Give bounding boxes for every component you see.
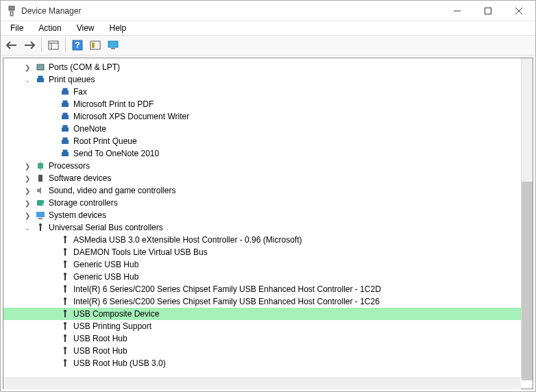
vertical-scrollbar[interactable] xyxy=(521,58,533,378)
cpu-icon xyxy=(35,160,46,171)
titlebar: Device Manager xyxy=(1,1,535,21)
system-icon xyxy=(35,210,46,221)
tree-row[interactable]: ❯ Software devices xyxy=(10,172,533,184)
tree-label: Universal Serial Bus controllers xyxy=(49,223,163,232)
tree-node-sound: ❯ Sound, video and game controllers xyxy=(10,184,533,197)
svg-rect-61 xyxy=(64,362,66,367)
expand-icon[interactable]: ❯ xyxy=(23,186,32,195)
tree-label: OneNote xyxy=(73,124,106,134)
horizontal-scrollbar[interactable] xyxy=(3,378,521,389)
tree-row[interactable]: DAEMON Tools Lite Virtual USB Bus xyxy=(24,246,533,258)
tree-label: Storage controllers xyxy=(49,198,118,208)
menu-help[interactable]: Help xyxy=(103,22,134,34)
tree-label: USB Root Hub xyxy=(73,334,127,343)
help-button[interactable]: ? xyxy=(69,37,86,53)
tree-label: Microsoft XPS Document Writer xyxy=(73,112,189,121)
svg-rect-30 xyxy=(38,163,43,169)
svg-rect-25 xyxy=(63,125,67,127)
minimize-button[interactable] xyxy=(441,1,472,21)
svg-rect-1 xyxy=(10,12,13,16)
svg-rect-36 xyxy=(36,212,45,217)
tree-row[interactable]: ⌵ Universal Serial Bus controllers xyxy=(10,221,533,234)
svg-rect-23 xyxy=(63,113,67,115)
back-button[interactable] xyxy=(3,37,20,53)
tree-label: Generic USB Hub xyxy=(73,272,138,282)
tree-node-storage: ❯ Storage controllers xyxy=(10,197,533,209)
tree-node-software: ❯ Software devices xyxy=(10,172,533,184)
usb-icon xyxy=(60,358,71,369)
svg-rect-19 xyxy=(63,88,67,90)
tree-row[interactable]: USB Root Hub xyxy=(24,345,533,357)
show-hide-button[interactable] xyxy=(45,37,62,53)
tree-row[interactable]: USB Printing Support xyxy=(24,320,533,332)
svg-rect-28 xyxy=(62,152,69,156)
svg-rect-29 xyxy=(63,150,67,152)
tree-children: Fax Microsoft Print to PDF Microsoft XPS… xyxy=(10,86,533,160)
tree-row[interactable]: OneNote xyxy=(24,123,533,135)
port-icon xyxy=(35,62,46,73)
menubar: File Action View Help xyxy=(1,21,535,35)
svg-rect-49 xyxy=(64,288,66,293)
device-tree[interactable]: ❯ Ports (COM & LPT) ⌵ Print queues Fax M… xyxy=(3,58,533,389)
svg-rect-41 xyxy=(64,238,66,243)
scrollbar-thumb[interactable] xyxy=(522,182,533,380)
scan-button[interactable] xyxy=(87,37,103,53)
expand-icon[interactable]: ❯ xyxy=(23,210,32,220)
tree-label: ASMedia USB 3.0 eXtensible Host Controll… xyxy=(73,235,302,245)
svg-rect-59 xyxy=(64,350,66,354)
tree-row[interactable]: Root Print Queue xyxy=(24,135,533,147)
expand-icon[interactable]: ❯ xyxy=(23,161,32,171)
menu-file[interactable]: File xyxy=(3,22,30,34)
expand-icon[interactable]: ❯ xyxy=(23,62,32,72)
svg-point-50 xyxy=(64,297,66,300)
menu-view[interactable]: View xyxy=(70,22,101,34)
tree-row[interactable]: Generic USB Hub xyxy=(24,271,533,283)
expand-icon[interactable]: ❯ xyxy=(23,173,32,183)
tree-row[interactable]: ASMedia USB 3.0 eXtensible Host Controll… xyxy=(24,234,533,246)
tree-row[interactable]: Microsoft Print to PDF xyxy=(24,98,533,110)
svg-rect-47 xyxy=(64,275,66,280)
tree-node-usb: ⌵ Universal Serial Bus controllers ASMed… xyxy=(10,221,533,369)
tree-row[interactable]: USB Root Hub xyxy=(24,332,533,345)
tree-label: System devices xyxy=(49,210,106,220)
expand-icon[interactable]: ❯ xyxy=(23,198,32,208)
maximize-button[interactable] xyxy=(472,1,503,21)
content-area: ❯ Ports (COM & LPT) ⌵ Print queues Fax M… xyxy=(1,56,535,391)
tree-row[interactable]: ❯ Sound, video and game controllers xyxy=(10,184,533,197)
tree-row[interactable]: Fax xyxy=(24,86,533,98)
tree-label: USB Root Hub (USB 3.0) xyxy=(73,358,166,368)
tree-row-selected[interactable]: USB Composite Device xyxy=(3,308,533,320)
tree-row[interactable]: Microsoft XPS Document Writer xyxy=(24,110,533,123)
monitor-button[interactable] xyxy=(105,37,121,53)
tree-row[interactable]: USB Root Hub (USB 3.0) xyxy=(24,357,533,369)
tree-row[interactable]: Send To OneNote 2010 xyxy=(24,147,533,160)
tree-label: Processors xyxy=(49,161,90,171)
tree-label: Software devices xyxy=(49,173,111,183)
tree-row[interactable]: ❯ Processors xyxy=(10,160,533,172)
printer-icon xyxy=(60,111,71,122)
svg-point-52 xyxy=(64,310,66,313)
svg-rect-37 xyxy=(38,218,42,219)
collapse-icon[interactable]: ⌵ xyxy=(23,75,32,84)
tree-children: ASMedia USB 3.0 eXtensible Host Controll… xyxy=(10,234,533,369)
svg-point-58 xyxy=(64,347,66,350)
svg-rect-16 xyxy=(37,78,44,82)
tree-row[interactable]: ❯ System devices xyxy=(10,209,533,221)
tree-row[interactable]: ⌵ Print queues xyxy=(10,73,533,86)
forward-button[interactable] xyxy=(21,37,38,53)
tree-node-system: ❯ System devices xyxy=(10,209,533,221)
tree-row[interactable]: Generic USB Hub xyxy=(24,258,533,271)
close-button[interactable] xyxy=(503,1,534,21)
svg-point-60 xyxy=(64,359,66,362)
collapse-icon[interactable]: ⌵ xyxy=(23,223,32,232)
svg-point-44 xyxy=(64,260,66,263)
tree-row[interactable]: Intel(R) 6 Series/C200 Series Chipset Fa… xyxy=(24,295,533,308)
sound-icon xyxy=(35,185,46,196)
printer-icon xyxy=(35,74,46,85)
tree-label: Intel(R) 6 Series/C200 Series Chipset Fa… xyxy=(73,297,380,306)
tree-row[interactable]: ❯ Ports (COM & LPT) xyxy=(10,61,533,73)
tree-row[interactable]: Intel(R) 6 Series/C200 Series Chipset Fa… xyxy=(24,283,533,295)
menu-action[interactable]: Action xyxy=(32,22,68,34)
usb-icon xyxy=(60,259,71,270)
tree-row[interactable]: ❯ Storage controllers xyxy=(10,197,533,209)
